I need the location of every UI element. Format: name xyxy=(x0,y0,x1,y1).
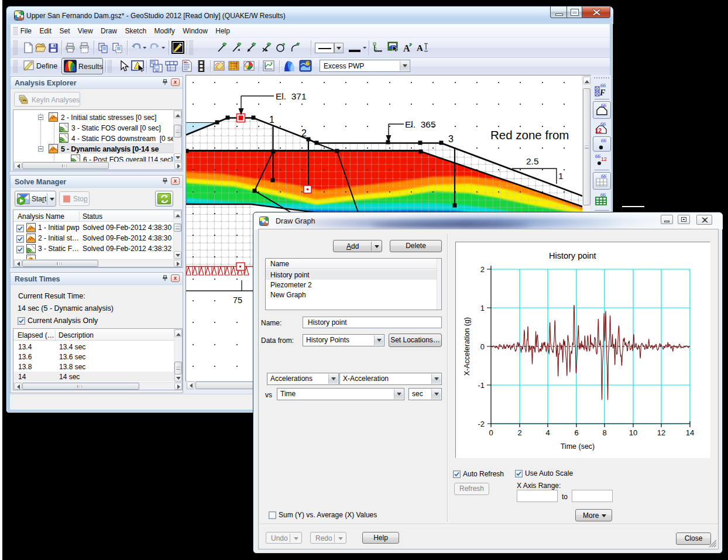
svg-text:12: 12 xyxy=(595,128,602,134)
svg-text:0: 0 xyxy=(480,342,485,351)
svg-text:-1: -1 xyxy=(478,381,485,390)
svg-text:2: 2 xyxy=(517,428,521,437)
svg-text:Time (sec): Time (sec) xyxy=(561,442,595,451)
svg-text:6: 6 xyxy=(574,428,578,437)
svg-text:66: 66 xyxy=(601,138,607,143)
svg-text:0: 0 xyxy=(489,428,493,437)
svg-text:12: 12 xyxy=(601,156,607,162)
svg-text:10: 10 xyxy=(629,428,637,437)
svg-text:66: 66 xyxy=(601,173,607,179)
svg-text:66: 66 xyxy=(601,102,607,108)
svg-text:History point: History point xyxy=(549,251,596,260)
svg-text:66: 66 xyxy=(600,83,606,88)
svg-text:-2: -2 xyxy=(478,420,485,428)
svg-text:66: 66 xyxy=(600,192,606,198)
svg-text:66: 66 xyxy=(600,121,606,127)
svg-text:4: 4 xyxy=(545,428,550,437)
svg-text:14: 14 xyxy=(686,428,694,437)
svg-text:A: A xyxy=(403,43,410,53)
svg-text:12: 12 xyxy=(657,428,665,437)
svg-text:8: 8 xyxy=(602,428,606,437)
svg-text:F: F xyxy=(599,88,606,97)
svg-text:76: 76 xyxy=(307,61,311,65)
svg-text:66: 66 xyxy=(595,153,601,159)
svg-text:X-Acceleration (g): X-Acceleration (g) xyxy=(463,317,471,376)
svg-text:2: 2 xyxy=(480,265,485,274)
svg-text:1: 1 xyxy=(480,304,485,312)
svg-text:A: A xyxy=(417,43,423,53)
